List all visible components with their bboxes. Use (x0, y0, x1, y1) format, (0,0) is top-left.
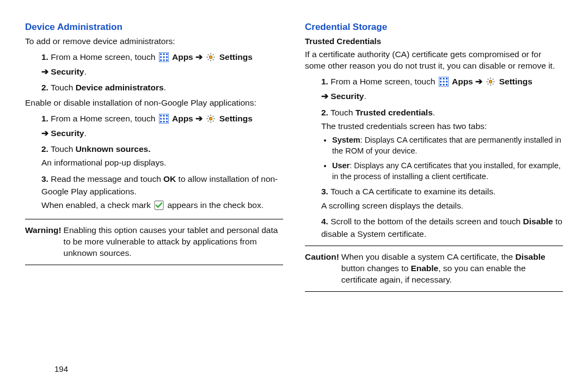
step-r2: 2. Touch Trusted credentials. The truste… (321, 106, 563, 182)
divider (25, 219, 283, 219)
svg-rect-8 (163, 59, 164, 61)
svg-rect-31 (443, 84, 444, 85)
warning-body: Enabling this option causes your tablet … (64, 225, 283, 259)
step-1: 1. From a Home screen, touch Apps ➔ Sett… (41, 51, 283, 78)
svg-rect-2 (163, 53, 164, 55)
svg-point-10 (210, 56, 212, 59)
svg-rect-1 (160, 53, 162, 55)
step-r4: 4. Scroll to the bottom of the details s… (321, 215, 563, 241)
caution-callout: Caution! When you disable a system CA ce… (305, 252, 563, 286)
svg-rect-7 (160, 59, 162, 61)
svg-rect-3 (166, 53, 168, 55)
apps-label: Apps (172, 52, 193, 62)
svg-rect-12 (160, 115, 162, 117)
tab-system: System: Displays CA certificates that ar… (332, 134, 563, 157)
checkmark-note: When enabled, a check mark appears in th… (41, 199, 283, 213)
svg-rect-16 (163, 118, 164, 119)
svg-rect-5 (163, 56, 164, 58)
arrow-icon: ➔ (41, 128, 48, 138)
step-3b: 3. Read the message and touch OK to allo… (41, 173, 283, 214)
steps-list-right: 1. From a Home screen, touch Apps ➔ Sett… (305, 75, 563, 240)
page-number: 194 (54, 364, 68, 373)
caution-label: Caution! (305, 252, 341, 286)
nonplay-intro: Enable or disable installation of non-Go… (25, 97, 283, 109)
svg-rect-28 (443, 81, 444, 83)
step-r1: 1. From a Home screen, touch Apps ➔ Sett… (321, 75, 563, 103)
step-2: 2. Touch Device administrators. (41, 81, 283, 94)
svg-rect-18 (160, 121, 162, 122)
step-2b: 2. Touch Unknown sources. An information… (41, 143, 283, 169)
svg-rect-24 (440, 78, 442, 79)
settings-label: Settings (219, 52, 253, 62)
checkmark-icon (154, 200, 164, 213)
gear-icon (206, 114, 216, 127)
svg-rect-25 (443, 78, 444, 79)
steps-list-2: 1. From a Home screen, touch Apps ➔ Sett… (25, 112, 283, 214)
warning-callout: Warning! Enabling this option causes you… (25, 225, 283, 259)
arrow-icon: ➔ (195, 114, 203, 123)
arrow-icon: ➔ (475, 77, 482, 86)
step-r3: 3. Touch a CA certificate to examine its… (321, 185, 563, 212)
intro-text: To add or remove device administrators: (25, 36, 283, 47)
apps-grid-icon (159, 114, 169, 127)
svg-rect-14 (166, 115, 168, 117)
cred-intro: If a certificate authority (CA) certific… (305, 49, 563, 72)
svg-rect-6 (166, 56, 168, 58)
divider (305, 291, 563, 292)
arrow-icon: ➔ (195, 52, 203, 62)
svg-rect-29 (446, 81, 448, 83)
arrow-icon: ➔ (321, 91, 328, 101)
tabs-intro: The trusted credentials screen has two t… (321, 120, 563, 132)
security-label: Security (51, 67, 84, 76)
tab-user: User: Displays any CA certificates that … (332, 160, 563, 182)
svg-point-33 (489, 81, 492, 83)
svg-rect-27 (440, 81, 442, 83)
svg-rect-20 (166, 121, 168, 122)
caution-body: When you disable a system CA certificate… (341, 252, 563, 286)
section-heading-credential-storage: Credential Storage (305, 22, 563, 33)
steps-list-1: 1. From a Home screen, touch Apps ➔ Sett… (25, 51, 283, 94)
gear-icon (486, 77, 495, 90)
warning-label: Warning! (25, 225, 64, 259)
divider (305, 246, 563, 246)
svg-rect-32 (446, 84, 448, 85)
svg-rect-9 (166, 59, 168, 61)
tabs-list: System: Displays CA certificates that ar… (321, 134, 563, 182)
subheading-trusted-credentials: Trusted Credentials (305, 36, 563, 47)
section-heading-device-admin: Device Administration (25, 22, 283, 33)
svg-rect-19 (163, 121, 164, 122)
svg-rect-30 (440, 84, 442, 85)
right-column: Credential Storage Trusted Credentials I… (305, 22, 563, 297)
svg-point-21 (210, 117, 212, 120)
svg-rect-15 (160, 118, 162, 119)
svg-rect-4 (160, 56, 162, 58)
apps-grid-icon (159, 52, 169, 65)
svg-rect-26 (446, 78, 448, 79)
step-1b: 1. From a Home screen, touch Apps ➔ Sett… (41, 112, 283, 140)
gear-icon (206, 52, 216, 65)
apps-grid-icon (439, 77, 449, 90)
popup-note: An informational pop-up displays. (41, 156, 283, 169)
divider (25, 265, 283, 265)
left-column: Device Administration To add or remove d… (25, 22, 283, 297)
svg-rect-17 (166, 118, 168, 119)
arrow-icon: ➔ (41, 67, 48, 76)
svg-rect-13 (163, 115, 164, 117)
